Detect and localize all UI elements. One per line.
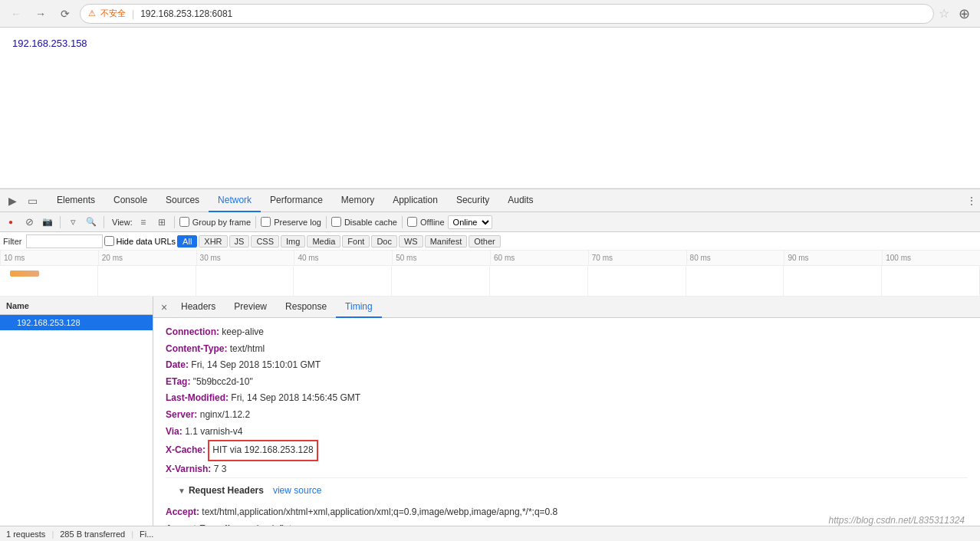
preserve-log-label: Preserve log: [261, 217, 321, 227]
detail-panel: × Headers Preview Response Timing Connec…: [153, 297, 980, 526]
detail-tab-headers[interactable]: Headers: [172, 297, 225, 318]
view-source-link[interactable]: view source: [273, 483, 321, 500]
toolbar-separator-1: [60, 216, 61, 228]
tab-elements[interactable]: Elements: [48, 189, 104, 212]
filter-button[interactable]: ▿: [65, 215, 81, 230]
group-frame-checkbox[interactable]: [179, 217, 189, 227]
header-value-content-type: text/html: [227, 341, 265, 358]
timeline-ruler: 10 ms 20 ms 30 ms 40 ms 50 ms 60 ms 70 m…: [0, 251, 980, 266]
header-row-etag: ETag: "5b9bcc2d-10": [166, 374, 968, 391]
watermark: https://blog.csdn.net/L835311324: [829, 515, 965, 526]
header-row-content-type: Content-Type: text/html: [166, 341, 968, 358]
timeline: 10 ms 20 ms 30 ms 40 ms 50 ms 60 ms 70 m…: [0, 251, 980, 297]
search-button[interactable]: 🔍: [84, 215, 99, 230]
header-row-xvarnish: X-Varnish: 7 3: [166, 461, 968, 478]
devtools-icon-group: ▶ ▭: [3, 192, 41, 210]
page-content: 192.168.253.158: [0, 28, 980, 189]
filter-chip-img[interactable]: Img: [281, 235, 305, 248]
detail-tab-timing[interactable]: Timing: [336, 297, 382, 318]
header-value-via: 1.1 varnish-v4: [183, 424, 243, 441]
devtools-panel: ▶ ▭ Elements Console Sources Network Per…: [0, 189, 980, 541]
timeline-bar: [10, 270, 39, 277]
group-frame-label: Group by frame: [179, 217, 251, 227]
filter-chip-xhr[interactable]: XHR: [199, 235, 227, 248]
filter-chip-media[interactable]: Media: [307, 235, 340, 248]
status-bar: 1 requests | 285 B transferred | Fi...: [0, 526, 980, 541]
tree-view-button[interactable]: ⊞: [154, 215, 169, 230]
toolbar-separator-2: [104, 216, 104, 228]
record-button[interactable]: ●: [3, 215, 18, 230]
header-name-date: Date:: [166, 357, 189, 374]
filter-chip-other[interactable]: Other: [469, 235, 501, 248]
tab-audits[interactable]: Audits: [498, 189, 542, 212]
xcache-highlight: HIT via 192.168.253.128: [208, 440, 317, 461]
hide-data-urls-label: Hide data URLs: [104, 236, 176, 246]
extension-button[interactable]: ⊕: [954, 4, 974, 24]
tick-30ms: 30 ms: [196, 251, 294, 265]
tick-10ms: 10 ms: [0, 251, 98, 265]
filter-text-input[interactable]: [26, 234, 103, 248]
file-item-192[interactable]: 192.168.253.128: [0, 315, 153, 330]
status-requests: 1 requests: [6, 530, 45, 539]
tab-memory[interactable]: Memory: [332, 189, 383, 212]
cursor-icon-button[interactable]: ▶: [3, 192, 21, 210]
offline-checkbox[interactable]: [407, 217, 417, 227]
file-item-name: 192.168.253.128: [17, 318, 81, 327]
page-ip: 192.168.253.158: [12, 38, 87, 49]
insecure-label: 不安全: [100, 8, 126, 19]
hide-data-urls-checkbox[interactable]: [104, 236, 114, 246]
file-list: Name 192.168.253.128: [0, 297, 153, 526]
tick-90ms: 90 ms: [784, 251, 882, 265]
filter-chip-ws[interactable]: WS: [399, 235, 423, 248]
header-value-last-modified: Fri, 14 Sep 2018 14:56:45 GMT: [229, 390, 360, 407]
tick-50ms: 50 ms: [392, 251, 490, 265]
tab-performance[interactable]: Performance: [261, 189, 332, 212]
forward-button[interactable]: →: [31, 4, 51, 24]
tab-console[interactable]: Console: [104, 189, 156, 212]
tab-sources[interactable]: Sources: [156, 189, 209, 212]
url-separator: |: [132, 8, 134, 19]
header-name-server: Server:: [166, 407, 197, 424]
status-sep-1: |: [51, 530, 54, 539]
bookmark-button[interactable]: ☆: [939, 6, 949, 21]
filter-chip-all[interactable]: All: [177, 235, 197, 248]
main-panels: Name 192.168.253.128 × Headers Preview R…: [0, 297, 980, 526]
device-icon-button[interactable]: ▭: [23, 192, 41, 210]
throttle-select[interactable]: Online: [448, 215, 492, 229]
devtools-more-button[interactable]: ⋮: [966, 195, 977, 207]
filter-chip-js[interactable]: JS: [229, 235, 250, 248]
header-value-xcache: HIT via 192.168.253.128: [206, 440, 318, 461]
disable-cache-checkbox[interactable]: [331, 217, 341, 227]
preserve-log-checkbox[interactable]: [261, 217, 271, 227]
tab-network[interactable]: Network: [209, 189, 261, 212]
back-button[interactable]: ←: [6, 4, 26, 24]
toolbar-separator-5: [326, 216, 327, 228]
header-value-server: nginx/1.12.2: [197, 407, 250, 424]
stop-recording-button[interactable]: ⊘: [21, 215, 37, 230]
tick-40ms: 40 ms: [294, 251, 392, 265]
header-name-connection: Connection:: [166, 324, 219, 341]
detail-tab-response[interactable]: Response: [276, 297, 336, 318]
header-row-xcache: X-Cache: HIT via 192.168.253.128: [166, 440, 968, 461]
header-name-accept: Accept:: [166, 504, 199, 521]
filter-chip-manifest[interactable]: Manifest: [425, 235, 468, 248]
header-name-content-type: Content-Type:: [166, 341, 227, 358]
toolbar-separator-6: [402, 216, 403, 228]
filter-chip-font[interactable]: Font: [342, 235, 370, 248]
header-row-connection: Connection: keep-alive: [166, 324, 968, 341]
filter-text-label: Filter: [3, 237, 21, 246]
filter-chip-doc[interactable]: Doc: [371, 235, 397, 248]
reload-button[interactable]: ⟳: [55, 4, 75, 24]
detail-tab-preview[interactable]: Preview: [225, 297, 276, 318]
tab-application[interactable]: Application: [383, 189, 447, 212]
list-view-button[interactable]: ≡: [136, 215, 151, 230]
tick-100ms: 100 ms: [882, 251, 980, 265]
detail-close-button[interactable]: ×: [156, 300, 172, 315]
address-bar: ⚠ 不安全 | 192.168.253.128:6081: [80, 4, 934, 24]
filter-chip-css[interactable]: CSS: [251, 235, 279, 248]
tab-security[interactable]: Security: [447, 189, 498, 212]
screenshot-button[interactable]: 📷: [40, 215, 55, 230]
header-value-connection: keep-alive: [219, 324, 264, 341]
tick-80ms: 80 ms: [686, 251, 784, 265]
request-headers-section[interactable]: ▼ Request Headers view source: [166, 477, 968, 504]
